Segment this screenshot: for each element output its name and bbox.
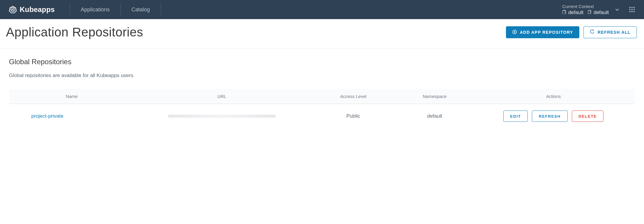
svg-rect-13 (634, 9, 635, 10)
refresh-all-button[interactable]: REFRESH ALL (583, 26, 637, 38)
svg-rect-9 (631, 7, 633, 8)
plus-circle-icon (512, 30, 517, 35)
col-name: Name (9, 89, 134, 104)
nav-catalog[interactable]: Catalog (121, 0, 161, 19)
repo-namespace: default (397, 104, 472, 129)
brand-name: Kubeapps (20, 5, 55, 14)
refresh-button[interactable]: REFRESH (532, 111, 567, 122)
section-description: Global repositories are available for al… (9, 73, 635, 79)
refresh-all-label: REFRESH ALL (597, 30, 631, 35)
svg-rect-10 (634, 7, 635, 8)
col-namespace: Namespace (397, 89, 472, 104)
col-access: Access Level (309, 89, 397, 104)
svg-rect-12 (631, 9, 633, 10)
repo-url-redacted (168, 115, 275, 118)
page-title: Application Repositories (6, 25, 143, 39)
col-url: URL (134, 89, 309, 104)
brand[interactable]: Kubeapps (6, 0, 58, 19)
nav-applications[interactable]: Applications (70, 0, 120, 19)
svg-rect-7 (588, 11, 590, 14)
svg-rect-16 (634, 11, 635, 12)
svg-rect-14 (629, 11, 631, 12)
context-label: Current Context (562, 4, 609, 9)
brand-logo-icon (9, 6, 17, 13)
col-actions: Actions (472, 89, 635, 104)
refresh-icon (590, 30, 595, 35)
add-app-repository-label: ADD APP REPOSITORY (520, 30, 573, 35)
context-selector[interactable]: Current Context default (562, 0, 624, 19)
context-cluster: default (568, 10, 583, 16)
edit-button[interactable]: EDIT (503, 111, 528, 122)
svg-rect-15 (631, 11, 633, 12)
svg-rect-5 (563, 10, 565, 14)
context-namespace: default (594, 10, 609, 16)
namespace-icon (588, 10, 592, 16)
cluster-icon (562, 10, 566, 16)
add-app-repository-button[interactable]: ADD APP REPOSITORY (506, 26, 580, 38)
content: Global Repositories Global repositories … (0, 49, 644, 138)
section-title: Global Repositories (9, 58, 635, 66)
table-row: project-private Public default EDIT REFR… (9, 104, 635, 129)
svg-rect-8 (629, 7, 631, 8)
repo-access: Public (309, 104, 397, 129)
apps-menu-icon[interactable] (624, 0, 638, 19)
top-navbar: Kubeapps Applications Catalog Current Co… (0, 0, 644, 19)
svg-rect-11 (629, 9, 631, 10)
chevron-down-icon (615, 7, 620, 12)
page-header: Application Repositories ADD APP REPOSIT… (0, 19, 644, 49)
repo-name-link[interactable]: project-private (31, 113, 64, 119)
repositories-table: Name URL Access Level Namespace Actions … (9, 89, 635, 129)
delete-button[interactable]: DELETE (572, 111, 604, 122)
